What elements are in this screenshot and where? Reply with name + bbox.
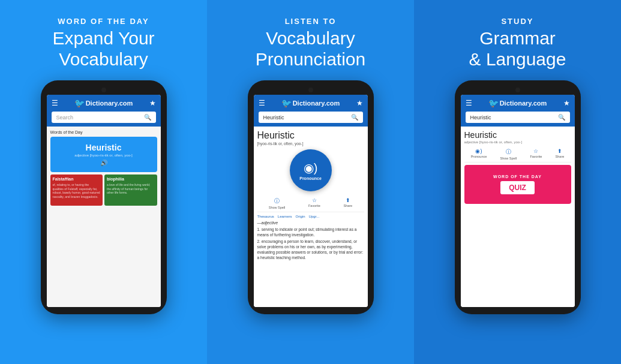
panel2-header: LISTEN TO VocabularyPronunciation bbox=[256, 17, 365, 70]
pronounce-bubble[interactable]: ◉) Pronounce bbox=[290, 149, 332, 191]
pronounce-bubble-container: ◉) Pronounce bbox=[257, 149, 364, 191]
search-bar-1: Search 🔍 bbox=[47, 112, 161, 127]
favorite-label-3: Favorite bbox=[530, 155, 542, 158]
favorite-label-2: Favorite bbox=[308, 204, 320, 207]
favorite-icon-3: ☆ bbox=[533, 148, 538, 154]
panel1-subtitle: WORD OF THE DAY bbox=[52, 17, 154, 26]
small-cards: Falstaffian of, relating to, or having t… bbox=[50, 175, 157, 206]
screen2-content: Heuristic [hyoo-ris-tik or, often, yoo-]… bbox=[254, 127, 368, 307]
app-logo-3: 🐦 Dictionary.com bbox=[488, 98, 547, 108]
search-placeholder-1: Search bbox=[56, 115, 74, 121]
card2-desc: a love of life and the living world; the… bbox=[107, 183, 155, 195]
spell-icon-2: ⓘ bbox=[274, 197, 280, 205]
search-value-2: Heuristic bbox=[263, 115, 284, 121]
show-spell-label-3: Show Spell bbox=[500, 157, 517, 160]
action-show-spell[interactable]: ⓘ Show Spell bbox=[269, 197, 286, 209]
phone-mockup-1: ☰ 🐦 Dictionary.com ★ Search 🔍 Words of t… bbox=[41, 80, 167, 314]
def-pron-2: [hyoo-ris-tik or, often, yoo-] bbox=[257, 142, 364, 146]
quiz-text: QUIZ bbox=[509, 183, 526, 192]
app-header-3: ☰ 🐦 Dictionary.com ★ bbox=[461, 95, 575, 112]
tab-bar-2: Thesaurus Learners Origin Upgr... bbox=[257, 215, 364, 218]
phone-screen-2: ☰ 🐦 Dictionary.com ★ Heuristic 🔍 Heurist… bbox=[254, 95, 368, 307]
spell-icon-3: ⓘ bbox=[506, 148, 511, 156]
small-card-biophilia[interactable]: biophilia a love of life and the living … bbox=[104, 175, 157, 206]
panel1-header: WORD OF THE DAY Expand YourVocabulary bbox=[52, 17, 154, 70]
action-bar-3: ◉) Pronounce ⓘ Show Spell ☆ Favorite ⬆ S… bbox=[464, 146, 571, 163]
panel2-title: VocabularyPronunciation bbox=[256, 28, 365, 70]
panel2-subtitle: LISTEN TO bbox=[256, 17, 365, 26]
tab-upgrade[interactable]: Upgr... bbox=[309, 215, 320, 218]
action-share[interactable]: ⬆ Share bbox=[343, 197, 352, 209]
phone-mockup-3: ☰ 🐦 Dictionary.com ★ Heuristic 🔍 Heurist… bbox=[455, 80, 581, 314]
app-header-2: ☰ 🐦 Dictionary.com ★ bbox=[254, 95, 368, 112]
logo-bird-2: 🐦 bbox=[281, 98, 292, 108]
logo-bird-1: 🐦 bbox=[74, 98, 85, 108]
app-logo-2: 🐦 Dictionary.com bbox=[281, 98, 340, 108]
def-pron-3: adjective [hyoo-ris-tik or, often, yoo-] bbox=[464, 140, 571, 144]
panel3-title: Grammar& Language bbox=[469, 28, 566, 70]
share-icon-3: ⬆ bbox=[557, 148, 562, 154]
panel-pronunciation: LISTEN TO VocabularyPronunciation ☰ 🐦 Di… bbox=[207, 0, 414, 364]
search-icon-3: 🔍 bbox=[558, 114, 565, 121]
share-icon-2: ⬆ bbox=[346, 197, 350, 203]
share-label-2: Share bbox=[343, 204, 352, 207]
phone-camera-3 bbox=[515, 88, 520, 92]
hamburger-icon-1[interactable]: ☰ bbox=[52, 99, 58, 107]
card2-word: biophilia bbox=[107, 177, 155, 182]
phone-camera-1 bbox=[101, 88, 106, 92]
action-show-spell-3[interactable]: ⓘ Show Spell bbox=[500, 148, 517, 160]
search-bar-2: Heuristic 🔍 bbox=[254, 112, 368, 127]
def-italic-2: —adjective bbox=[257, 221, 364, 225]
star-icon-1[interactable]: ★ bbox=[149, 99, 156, 107]
search-icon-1: 🔍 bbox=[144, 114, 151, 121]
def-word-2: Heuristic bbox=[257, 130, 364, 141]
phone-screen-1: ☰ 🐦 Dictionary.com ★ Search 🔍 Words of t… bbox=[47, 95, 161, 307]
hamburger-icon-3[interactable]: ☰ bbox=[466, 99, 472, 107]
pronounce-bubble-label: Pronounce bbox=[299, 176, 322, 181]
search-input-3[interactable]: Heuristic 🔍 bbox=[466, 112, 570, 123]
wotd-card[interactable]: Heuristic adjective [hyoo-ris-tik or, of… bbox=[50, 137, 157, 172]
share-label-3: Share bbox=[556, 155, 565, 158]
search-value-3: Heuristic bbox=[470, 115, 491, 121]
action-favorite-3[interactable]: ☆ Favorite bbox=[530, 148, 542, 160]
star-icon-3[interactable]: ★ bbox=[563, 99, 570, 107]
pronounce-audio-icon: ◉) bbox=[304, 161, 318, 175]
small-card-falstaffian[interactable]: Falstaffian of, relating to, or having t… bbox=[50, 175, 103, 206]
search-input-2[interactable]: Heuristic 🔍 bbox=[259, 112, 363, 123]
screen1-content: Words of the Day Heuristic adjective [hy… bbox=[47, 127, 161, 307]
wotd-pos: adjective [hyoo-ris-tik or, often, yoo-] bbox=[74, 154, 132, 157]
hamburger-icon-2[interactable]: ☰ bbox=[259, 99, 265, 107]
panel3-header: STUDY Grammar& Language bbox=[469, 17, 566, 70]
quiz-label: WORD OF THE DAY bbox=[493, 175, 542, 179]
card1-word: Falstaffian bbox=[53, 177, 101, 182]
phone-camera-2 bbox=[308, 88, 313, 92]
star-icon-2[interactable]: ★ bbox=[356, 99, 363, 107]
app-logo-1: 🐦 Dictionary.com bbox=[74, 98, 133, 108]
panel-word-of-the-day: WORD OF THE DAY Expand YourVocabulary ☰ … bbox=[0, 0, 207, 364]
quiz-card[interactable]: WORD OF THE DAY QUIZ bbox=[464, 165, 571, 204]
panel-study: STUDY Grammar& Language ☰ 🐦 Dictionary.c… bbox=[414, 0, 621, 364]
panel3-subtitle: STUDY bbox=[469, 17, 566, 26]
def-item-2: 2. encouraging a person to learn, discov… bbox=[257, 239, 364, 260]
def-list-2: 1. serving to indicate or point out; sti… bbox=[257, 227, 364, 261]
phone-mockup-2: ☰ 🐦 Dictionary.com ★ Heuristic 🔍 Heurist… bbox=[248, 80, 374, 314]
tab-origin[interactable]: Origin bbox=[296, 215, 305, 218]
logo-bird-3: 🐦 bbox=[488, 98, 499, 108]
def-item-1: 1. serving to indicate or point out; sti… bbox=[257, 227, 364, 237]
app-header-1: ☰ 🐦 Dictionary.com ★ bbox=[47, 95, 161, 112]
favorite-icon-2: ☆ bbox=[312, 197, 317, 203]
pronounce-label-3: Pronounce bbox=[471, 155, 487, 158]
tab-learners[interactable]: Learners bbox=[278, 215, 292, 218]
tab-thesaurus[interactable]: Thesaurus bbox=[257, 215, 274, 218]
search-input-1[interactable]: Search 🔍 bbox=[52, 112, 156, 123]
search-bar-3: Heuristic 🔍 bbox=[461, 112, 575, 127]
action-favorite[interactable]: ☆ Favorite bbox=[308, 197, 320, 209]
show-spell-label: Show Spell bbox=[269, 206, 286, 209]
action-bar-2: ⓘ Show Spell ☆ Favorite ⬆ Share bbox=[257, 195, 364, 212]
phone-screen-3: ☰ 🐦 Dictionary.com ★ Heuristic 🔍 Heurist… bbox=[461, 95, 575, 307]
action-pronounce-3[interactable]: ◉) Pronounce bbox=[471, 148, 487, 160]
screen3-content: Heuristic adjective [hyoo-ris-tik or, of… bbox=[461, 127, 575, 307]
action-share-3[interactable]: ⬆ Share bbox=[556, 148, 565, 160]
pronounce-icon-3: ◉) bbox=[475, 148, 482, 154]
sound-icon-1[interactable]: 🔊 bbox=[100, 160, 107, 166]
